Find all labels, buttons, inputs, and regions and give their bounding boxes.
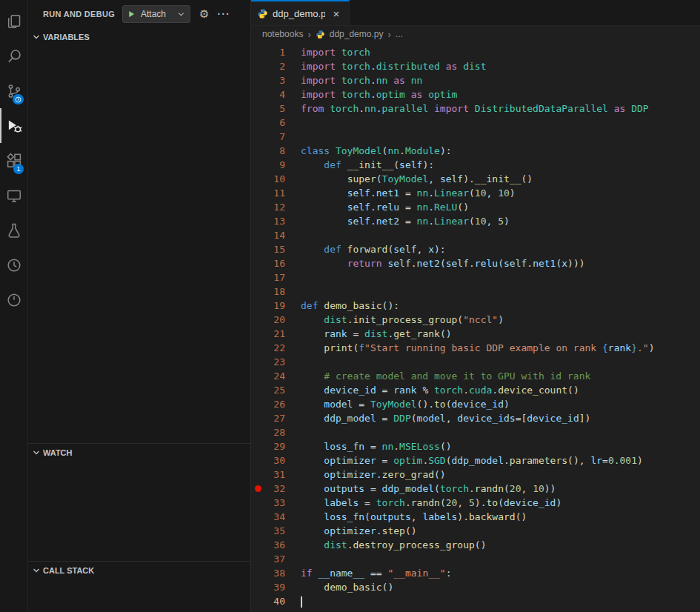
code-text[interactable]: self.net2 = nn.Linear(10, 5): [285, 214, 510, 228]
code-text[interactable]: self.relu = nn.ReLU(): [285, 200, 469, 214]
code-text[interactable]: import torch.distributed as dist: [285, 59, 486, 73]
code-text[interactable]: import torch: [285, 45, 370, 59]
line-number[interactable]: 39: [264, 580, 285, 594]
code-text[interactable]: # create model and move it to GPU with i…: [285, 369, 590, 383]
breakpoint-gutter[interactable]: [251, 186, 264, 200]
code-line[interactable]: 8class ToyModel(nn.Module):: [251, 144, 700, 158]
line-number[interactable]: 29: [264, 439, 285, 453]
code-line[interactable]: 12 self.relu = nn.ReLU(): [251, 200, 700, 214]
code-text[interactable]: from torch.nn.parallel import Distribute…: [285, 102, 649, 116]
line-number[interactable]: 34: [264, 510, 285, 524]
activity-item-extensions[interactable]: 1: [0, 143, 27, 178]
breakpoint-gutter[interactable]: [251, 341, 264, 355]
activity-item-testing[interactable]: [0, 213, 27, 247]
breakpoint-gutter[interactable]: [251, 552, 264, 566]
breakpoint-gutter[interactable]: [251, 482, 264, 496]
breakpoint-gutter[interactable]: [251, 383, 264, 397]
code-line[interactable]: 3import torch.nn as nn: [251, 73, 700, 87]
line-number[interactable]: 4: [264, 87, 285, 102]
line-number[interactable]: 22: [264, 341, 285, 355]
breakpoint-gutter[interactable]: [251, 256, 264, 270]
breakpoint-gutter[interactable]: [251, 453, 264, 468]
code-line[interactable]: 1import torch: [251, 45, 700, 59]
code-text[interactable]: print(f"Start running basic DDP example …: [285, 341, 654, 355]
line-number[interactable]: 37: [264, 552, 285, 566]
code-line[interactable]: 39 demo_basic(): [251, 580, 700, 594]
line-number[interactable]: 19: [264, 299, 285, 313]
line-number[interactable]: 3: [264, 73, 285, 87]
code-text[interactable]: self.net1 = nn.Linear(10, 10): [285, 186, 516, 200]
code-line[interactable]: 28: [251, 425, 700, 439]
breakpoint-gutter[interactable]: [251, 566, 264, 580]
breakpoint-gutter[interactable]: [251, 270, 264, 285]
breadcrumb-more[interactable]: ...: [396, 29, 403, 39]
code-text[interactable]: [285, 228, 301, 242]
code-line[interactable]: 29 loss_fn = nn.MSELoss(): [251, 439, 700, 453]
line-number[interactable]: 16: [264, 256, 285, 270]
line-number[interactable]: 20: [264, 313, 285, 327]
line-number[interactable]: 31: [264, 468, 285, 482]
code-text[interactable]: dist.destroy_process_group(): [285, 538, 486, 552]
breakpoint-gutter[interactable]: [251, 130, 264, 144]
breakpoint-gutter[interactable]: [251, 87, 264, 102]
code-text[interactable]: def __init__(self):: [285, 158, 434, 172]
breakpoint-gutter[interactable]: [251, 397, 264, 411]
code-text[interactable]: device_id = rank % torch.cuda.device_cou…: [285, 383, 579, 397]
breakpoint-gutter[interactable]: [251, 214, 264, 228]
code-line[interactable]: 2import torch.distributed as dist: [251, 59, 700, 73]
code-text[interactable]: [285, 425, 301, 439]
breakpoint-gutter[interactable]: [251, 59, 264, 73]
code-line[interactable]: 11 self.net1 = nn.Linear(10, 10): [251, 186, 700, 200]
code-text[interactable]: optimizer.step(): [285, 524, 417, 538]
line-number[interactable]: 14: [264, 228, 285, 242]
breakpoint-gutter[interactable]: [251, 327, 264, 341]
code-line[interactable]: 37: [251, 552, 700, 566]
breadcrumb-folder[interactable]: notebooks: [262, 29, 303, 39]
gear-icon[interactable]: ⚙: [199, 7, 209, 21]
line-number[interactable]: 5: [264, 102, 285, 116]
line-number[interactable]: 36: [264, 538, 285, 552]
line-number[interactable]: 40: [264, 594, 285, 608]
code-text[interactable]: super(ToyModel, self).__init__(): [285, 172, 533, 186]
code-text[interactable]: loss_fn(outputs, labels).backward(): [285, 510, 527, 524]
breakpoint-gutter[interactable]: [251, 439, 264, 453]
code-text[interactable]: def demo_basic():: [285, 299, 399, 313]
code-line[interactable]: 25 device_id = rank % torch.cuda.device_…: [251, 383, 700, 397]
line-number[interactable]: 10: [264, 172, 285, 186]
breakpoint-gutter[interactable]: [251, 524, 264, 538]
activity-item-run-and-debug[interactable]: [0, 108, 27, 143]
code-line[interactable]: 15 def forward(self, x):: [251, 242, 700, 256]
code-text[interactable]: demo_basic(): [285, 580, 393, 594]
breakpoint-gutter[interactable]: [251, 538, 264, 552]
code-line[interactable]: 26 model = ToyModel().to(device_id): [251, 397, 700, 411]
breakpoint-gutter[interactable]: [251, 200, 264, 214]
code-line[interactable]: 18: [251, 285, 700, 299]
breakpoint-gutter[interactable]: [251, 496, 264, 510]
line-number[interactable]: 25: [264, 383, 285, 397]
code-line[interactable]: 40: [251, 594, 700, 608]
breakpoint-gutter[interactable]: [251, 580, 264, 594]
code-text[interactable]: [285, 270, 301, 285]
line-number[interactable]: 8: [264, 144, 285, 158]
variables-section-header[interactable]: VARIABLES: [28, 28, 250, 46]
activity-item-search[interactable]: [0, 39, 27, 73]
breakpoint-icon[interactable]: [255, 485, 261, 492]
code-text[interactable]: model = ToyModel().to(device_id): [285, 397, 510, 411]
breakpoint-gutter[interactable]: [251, 172, 264, 186]
code-line[interactable]: 23: [251, 355, 700, 369]
breakpoint-gutter[interactable]: [251, 355, 264, 369]
watch-section-header[interactable]: WATCH: [28, 444, 250, 462]
breakpoint-gutter[interactable]: [251, 594, 264, 608]
activity-item-remote-explorer[interactable]: [0, 178, 27, 213]
line-number[interactable]: 35: [264, 524, 285, 538]
code-line[interactable]: 13 self.net2 = nn.Linear(10, 5): [251, 214, 700, 228]
start-debugging-button[interactable]: [123, 6, 139, 22]
activity-item-extension-1[interactable]: [0, 247, 27, 282]
code-line[interactable]: 17: [251, 270, 700, 285]
code-line[interactable]: 33 labels = torch.randn(20, 5).to(device…: [251, 496, 700, 510]
code-line[interactable]: 19def demo_basic():: [251, 299, 700, 313]
line-number[interactable]: 28: [264, 425, 285, 439]
activity-item-explorer[interactable]: [0, 4, 27, 39]
breakpoint-gutter[interactable]: [251, 102, 264, 116]
code-text[interactable]: loss_fn = nn.MSELoss(): [285, 439, 452, 453]
